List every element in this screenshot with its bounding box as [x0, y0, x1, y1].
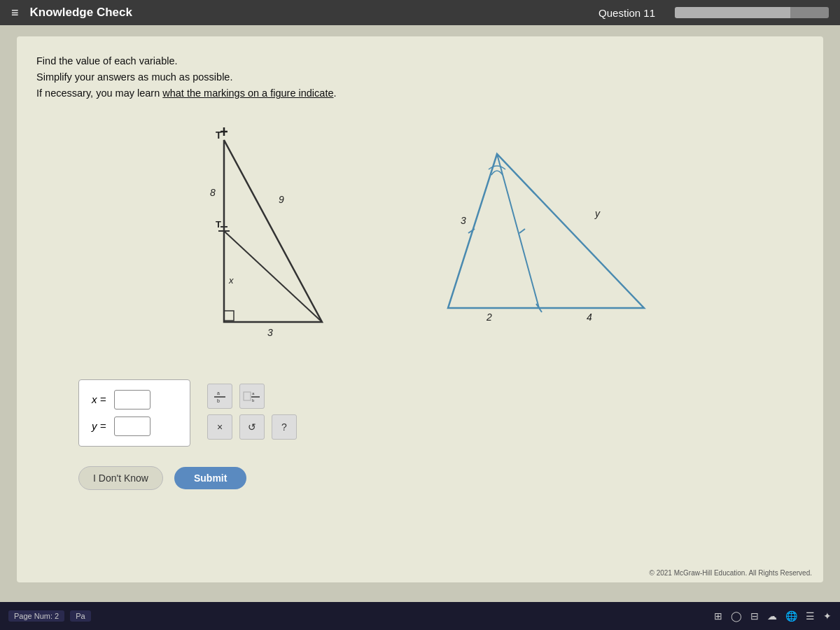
- y-input[interactable]: [114, 416, 150, 436]
- copyright: © 2021 McGraw-Hill Education. All Rights…: [650, 569, 812, 577]
- taskbar-icon6: ☰: [806, 610, 815, 622]
- svg-text:4: 4: [587, 312, 592, 323]
- svg-rect-7: [224, 311, 234, 321]
- math-toolbar: a b a b ×: [207, 379, 297, 444]
- instruction-line1: Find the value of each variable.: [36, 53, 804, 69]
- taskbar-icon1: ⊞: [714, 610, 722, 622]
- mixed-number-button[interactable]: a b: [239, 384, 265, 409]
- y-label: y =: [92, 420, 108, 432]
- question-label: Question 11: [598, 7, 655, 19]
- page-num-label: Page Num: 2: [8, 610, 64, 622]
- svg-text:T: T: [216, 130, 222, 141]
- taskbar-icon3: ⊟: [750, 610, 759, 622]
- dont-know-button[interactable]: I Don't Know: [78, 466, 163, 490]
- fraction-button[interactable]: a b: [207, 384, 232, 409]
- bottom-buttons: I Don't Know Submit: [78, 466, 804, 490]
- svg-text:x: x: [228, 275, 234, 286]
- math-toolbar-row1: a b a b: [207, 384, 297, 409]
- svg-text:b: b: [252, 398, 255, 402]
- svg-rect-26: [244, 392, 251, 400]
- y-answer-row: y =: [92, 416, 177, 436]
- times-button[interactable]: ×: [207, 414, 232, 440]
- svg-text:T: T: [216, 219, 221, 230]
- progress-bar: [675, 7, 829, 18]
- taskbar-right: ⊞ ◯ ⊟ ☁ 🌐 ☰ ✦: [714, 610, 832, 622]
- help-button[interactable]: ?: [272, 414, 297, 440]
- svg-text:a: a: [217, 391, 220, 396]
- right-triangle-svg: 3 y 2 4: [406, 140, 672, 336]
- svg-text:y: y: [594, 208, 601, 219]
- app-title: Knowledge Check: [30, 6, 588, 20]
- svg-line-17: [519, 229, 525, 233]
- figure-right: 3 y 2 4: [406, 140, 672, 336]
- svg-text:9: 9: [279, 194, 284, 205]
- undo-icon: ↺: [248, 421, 256, 433]
- undo-button[interactable]: ↺: [239, 414, 265, 440]
- math-toolbar-row2: × ↺ ?: [207, 414, 297, 440]
- svg-text:b: b: [217, 398, 220, 403]
- pa-label: Pa: [70, 610, 90, 622]
- svg-text:2: 2: [486, 312, 492, 323]
- x-label: x =: [92, 393, 108, 405]
- taskbar-icon5: 🌐: [785, 610, 797, 622]
- figures-area: 8 9 3 x T T: [36, 119, 804, 357]
- taskbar-icon7: ✦: [823, 610, 832, 622]
- x-input[interactable]: [114, 390, 150, 410]
- hamburger-icon[interactable]: ≡: [11, 6, 19, 20]
- svg-text:3: 3: [267, 327, 273, 338]
- instructions: Find the value of each variable. Simplif…: [36, 53, 804, 102]
- submit-button[interactable]: Submit: [174, 467, 246, 489]
- times-icon: ×: [217, 421, 223, 433]
- question-icon: ?: [281, 421, 287, 433]
- x-answer-row: x =: [92, 390, 177, 410]
- taskbar: Page Num: 2 Pa ⊞ ◯ ⊟ ☁ 🌐 ☰ ✦: [0, 602, 840, 630]
- svg-marker-14: [448, 154, 644, 308]
- progress-fill: [675, 7, 790, 18]
- taskbar-icon2: ◯: [731, 610, 742, 622]
- svg-text:a: a: [252, 391, 255, 396]
- top-bar: ≡ Knowledge Check Question 11: [0, 0, 840, 25]
- answer-inputs-box: x = y =: [78, 379, 190, 447]
- main-content: Find the value of each variable. Simplif…: [17, 36, 823, 582]
- svg-text:8: 8: [210, 187, 216, 198]
- instruction-line2: Simplify your answers as much as possibl…: [36, 69, 804, 85]
- svg-marker-2: [224, 140, 322, 322]
- svg-line-6: [224, 231, 322, 322]
- answer-area: x = y = a b: [78, 379, 804, 447]
- instruction-line3: If necessary, you may learn what the mar…: [36, 85, 804, 102]
- taskbar-left: Page Num: 2 Pa: [8, 610, 707, 622]
- taskbar-icon4: ☁: [767, 610, 777, 622]
- figure-left: 8 9 3 x T T: [168, 119, 364, 357]
- markings-link[interactable]: what the markings on a figure indicate: [162, 88, 333, 99]
- svg-text:3: 3: [461, 215, 466, 226]
- left-triangle-svg: 8 9 3 x T T: [168, 119, 364, 357]
